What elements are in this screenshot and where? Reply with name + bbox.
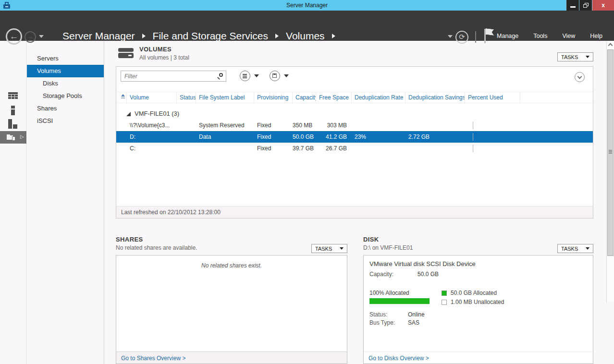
cell-provisioning: Fixed (254, 143, 293, 154)
sidebar-item-shares[interactable]: Shares (27, 102, 104, 115)
column-header-percent-used[interactable]: Percent Used (465, 92, 520, 104)
sidebar-item-volumes[interactable]: Volumes (27, 65, 104, 77)
breadcrumb-dropdown-icon[interactable] (448, 35, 453, 38)
sidebar-icon-dashboard[interactable] (0, 90, 26, 103)
disk-header: DISK D:\ on VMF-FILE01 (363, 236, 413, 251)
capacity-label: Capacity: (369, 271, 393, 278)
cell-free-space: 41.2 GB (316, 131, 352, 143)
volumes-tasks-button[interactable]: TASKS (557, 52, 593, 61)
list-view-dropdown-icon[interactable] (254, 74, 259, 77)
column-header-volume[interactable]: Volume (127, 92, 177, 104)
cell-volume: D: (127, 131, 177, 143)
disk-tasks-button[interactable]: TASKS (557, 244, 593, 253)
table-row-selected[interactable]: D: Data Fixed 50.0 GB 41.2 GB 23% 2.72 G… (116, 131, 593, 143)
cell-volume: C: (127, 143, 177, 154)
cell-status (177, 120, 196, 131)
shares-tasks-button[interactable]: TASKS (311, 244, 347, 253)
table-group-row[interactable]: VMF-FILE01 (3) (116, 108, 593, 120)
column-header-free-space[interactable]: Free Space (316, 92, 352, 104)
save-dropdown-icon[interactable] (284, 74, 289, 77)
percent-used-bar (468, 145, 520, 154)
scrollbar-grip-icon (609, 150, 612, 151)
scroll-up-icon[interactable] (608, 43, 613, 48)
column-header-dedup-rate[interactable]: Deduplication Rate (352, 92, 405, 104)
tasks-label: TASKS (561, 54, 578, 60)
tasks-label: TASKS (561, 246, 578, 252)
search-icon[interactable] (217, 73, 223, 79)
volumes-subtitle: All volumes | 3 total (139, 54, 189, 61)
close-button[interactable]: x (592, 0, 614, 11)
column-header-fs-label[interactable]: File System Label (196, 92, 254, 104)
cell-provisioning: Fixed (254, 120, 293, 131)
cell-fs-label (196, 143, 254, 154)
disk-subtitle: D:\ on VMF-FILE01 (363, 244, 413, 251)
maximize-button[interactable] (579, 0, 592, 11)
breadcrumb-server-manager[interactable]: Server Manager (62, 30, 135, 42)
unallocated-swatch-icon (442, 300, 447, 305)
last-refreshed-bar: Last refreshed on 22/10/2012 13:28:00 (116, 206, 593, 218)
sidebar-item-disks[interactable]: Disks (27, 77, 104, 90)
group-label: VMF-FILE01 (3) (135, 110, 179, 117)
breadcrumb-file-storage-services[interactable]: File and Storage Services (153, 30, 268, 42)
tasks-label: TASKS (315, 246, 332, 252)
allocation-bar (369, 298, 430, 304)
cell-status (177, 143, 196, 154)
sidebar-item-storage-pools[interactable]: Storage Pools (27, 90, 104, 102)
expand-strip-icon: ▷ (20, 134, 24, 139)
allocated-percent-label: 100% Allocated (369, 290, 409, 296)
minimize-icon (570, 6, 576, 8)
table-header: Volume Status File System Label Provisio… (116, 92, 593, 103)
navigation-bar: ← → Server Manager File and Storage Serv… (0, 11, 614, 41)
percent-used-bar (468, 121, 520, 131)
chevron-down-icon (586, 56, 589, 58)
sidebar-icon-file-storage-services[interactable]: ▷ (0, 131, 26, 144)
column-header-dedup-savings[interactable]: Deduplication Savings (405, 92, 465, 104)
dashboard-icon (8, 92, 18, 100)
shares-subtitle: No related shares are available. (116, 244, 197, 251)
history-dropdown-icon[interactable] (39, 35, 44, 38)
column-header-capacity[interactable]: Capacity (293, 92, 316, 104)
storage-nav-panel: Servers Volumes Disks Storage Pools Shar… (27, 41, 104, 364)
sort-icon (121, 94, 125, 98)
group-expanded-icon[interactable] (126, 112, 131, 116)
cell-capacity: 350 MB (293, 120, 316, 131)
go-to-disks-overview-link[interactable]: Go to Disks Overview > (368, 355, 429, 362)
table-row[interactable]: C: Fixed 39.7 GB 26.7 GB (116, 143, 593, 154)
go-to-shares-overview-link[interactable]: Go to Shares Overview > (121, 355, 185, 362)
title-bar: Server Manager x (0, 0, 614, 11)
minimize-button[interactable] (566, 0, 579, 11)
legend-unallocated: 1.00 MB Unallocated (442, 299, 504, 305)
sidebar-icon-all-servers[interactable] (0, 118, 26, 130)
breadcrumb: Server Manager File and Storage Services… (62, 30, 335, 42)
disk-device-name: VMware Virtual disk SCSI Disk Device (369, 260, 476, 267)
save-query-button[interactable] (270, 71, 280, 81)
menu-tools[interactable]: Tools (533, 33, 547, 39)
shares-title: SHARES (116, 236, 197, 243)
menu-view[interactable]: View (562, 33, 575, 39)
menu-help[interactable]: Help (590, 33, 602, 39)
main-content: VOLUMES All volumes | 3 total TASKS Volu… (116, 41, 593, 364)
list-view-button[interactable] (240, 71, 250, 81)
sidebar-icon-local-server[interactable] (0, 104, 26, 117)
disk-title: DISK (363, 236, 413, 243)
vertical-scrollbar[interactable] (606, 41, 614, 303)
cell-dedup-savings: 2.72 GB (405, 131, 465, 143)
cell-dedup-rate (352, 120, 405, 131)
scrollbar-thumb[interactable] (607, 49, 614, 256)
shares-empty-message: No related shares exist. (116, 262, 347, 269)
sidebar-item-iscsi[interactable]: iSCSI (27, 115, 104, 127)
column-header-provisioning[interactable]: Provisioning (254, 92, 293, 104)
filter-input[interactable] (121, 71, 226, 81)
sort-column-header[interactable] (116, 92, 127, 104)
sidebar-item-servers[interactable]: Servers (27, 52, 104, 65)
menu-manage[interactable]: Manage (497, 33, 518, 39)
breadcrumb-separator-icon (142, 34, 146, 38)
table-row[interactable]: \\?\Volume{c3... System Reserved Fixed 3… (116, 120, 593, 131)
collapse-panel-button[interactable] (575, 72, 585, 82)
allocated-swatch-icon (442, 291, 447, 296)
restore-icon (583, 3, 589, 8)
status-label: Status: (369, 311, 387, 318)
cell-dedup-rate (352, 143, 405, 154)
breadcrumb-volumes[interactable]: Volumes (286, 30, 325, 42)
column-header-status[interactable]: Status (177, 92, 196, 104)
